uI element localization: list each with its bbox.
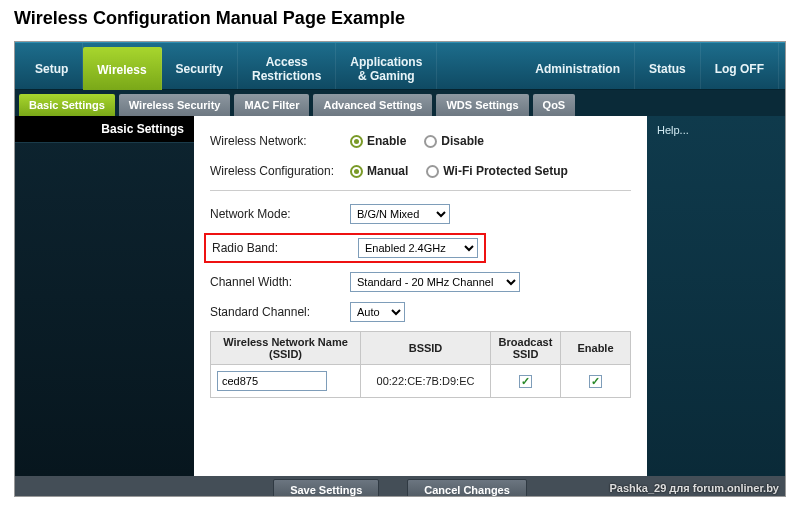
settings-panel: Wireless Network: Enable Disable Wireles…: [194, 116, 647, 476]
tab-status[interactable]: Status: [635, 43, 701, 89]
cancel-changes-button[interactable]: Cancel Changes: [407, 479, 527, 497]
divider: [210, 190, 631, 191]
select-channel-width[interactable]: Standard - 20 MHz Channel: [350, 272, 520, 292]
col-broadcast: Broadcast SSID: [491, 332, 561, 365]
tab-setup[interactable]: Setup: [21, 43, 83, 89]
label-wireless-network: Wireless Network:: [210, 134, 350, 148]
subtab-wireless-security[interactable]: Wireless Security: [119, 94, 231, 116]
row-network-mode: Network Mode: B/G/N Mixed: [210, 203, 631, 225]
subtab-basic-settings[interactable]: Basic Settings: [19, 94, 115, 116]
radio-wireless-enable[interactable]: Enable: [350, 134, 406, 148]
label-wireless-config: Wireless Configuration:: [210, 164, 350, 178]
subtab-mac-filter[interactable]: MAC Filter: [234, 94, 309, 116]
tab-wireless[interactable]: Wireless: [83, 47, 161, 90]
checkbox-enable-ssid[interactable]: ✓: [589, 375, 602, 388]
content-row: Basic Settings Wireless Network: Enable …: [15, 116, 785, 476]
help-column: Help...: [647, 116, 785, 476]
input-ssid[interactable]: [217, 371, 327, 391]
row-wireless-config: Wireless Configuration: Manual Wi-Fi Pro…: [210, 160, 631, 182]
cell-bssid: 00:22:CE:7B:D9:EC: [361, 365, 491, 398]
radio-band-highlight: Radio Band: Enabled 2.4GHz: [204, 233, 486, 263]
radio-icon: [350, 135, 363, 148]
row-radio-band: Radio Band: Enabled 2.4GHz: [210, 233, 631, 263]
radio-wireless-disable[interactable]: Disable: [424, 134, 484, 148]
label-network-mode: Network Mode:: [210, 207, 350, 221]
table-row: 00:22:CE:7B:D9:EC ✓ ✓: [211, 365, 631, 398]
subtab-wds-settings[interactable]: WDS Settings: [436, 94, 528, 116]
radio-config-manual[interactable]: Manual: [350, 164, 408, 178]
col-enable: Enable: [561, 332, 631, 365]
watermark: Pashka_29 для forum.onliner.by: [609, 482, 779, 494]
radio-icon: [426, 165, 439, 178]
help-link[interactable]: Help...: [657, 124, 689, 136]
left-column: Basic Settings: [15, 116, 194, 476]
sub-nav: Basic Settings Wireless Security MAC Fil…: [15, 90, 785, 116]
router-admin-frame: Setup Wireless Security Access Restricti…: [14, 41, 786, 497]
col-bssid: BSSID: [361, 332, 491, 365]
tab-access-restrictions[interactable]: Access Restrictions: [238, 43, 336, 89]
row-channel-width: Channel Width: Standard - 20 MHz Channel: [210, 271, 631, 293]
save-settings-button[interactable]: Save Settings: [273, 479, 379, 497]
page-title: Wireless Configuration Manual Page Examp…: [0, 0, 800, 41]
col-ssid-name: Wireless Network Name (SSID): [211, 332, 361, 365]
label-standard-channel: Standard Channel:: [210, 305, 350, 319]
select-network-mode[interactable]: B/G/N Mixed: [350, 204, 450, 224]
row-standard-channel: Standard Channel: Auto: [210, 301, 631, 323]
checkbox-broadcast-ssid[interactable]: ✓: [519, 375, 532, 388]
tab-apps-gaming[interactable]: Applications & Gaming: [336, 43, 437, 89]
tab-administration[interactable]: Administration: [521, 43, 635, 89]
label-channel-width: Channel Width:: [210, 275, 350, 289]
subtab-advanced-settings[interactable]: Advanced Settings: [313, 94, 432, 116]
table-header-row: Wireless Network Name (SSID) BSSID Broad…: [211, 332, 631, 365]
tab-logoff[interactable]: Log OFF: [701, 43, 779, 89]
radio-config-wps[interactable]: Wi-Fi Protected Setup: [426, 164, 568, 178]
radio-icon: [350, 165, 363, 178]
left-header: Basic Settings: [15, 116, 194, 143]
label-radio-band: Radio Band:: [212, 241, 340, 255]
ssid-table: Wireless Network Name (SSID) BSSID Broad…: [210, 331, 631, 398]
select-standard-channel[interactable]: Auto: [350, 302, 405, 322]
tab-security[interactable]: Security: [162, 43, 238, 89]
main-nav: Setup Wireless Security Access Restricti…: [15, 42, 785, 90]
select-radio-band[interactable]: Enabled 2.4GHz: [358, 238, 478, 258]
row-wireless-network: Wireless Network: Enable Disable: [210, 130, 631, 152]
subtab-qos[interactable]: QoS: [533, 94, 576, 116]
radio-icon: [424, 135, 437, 148]
